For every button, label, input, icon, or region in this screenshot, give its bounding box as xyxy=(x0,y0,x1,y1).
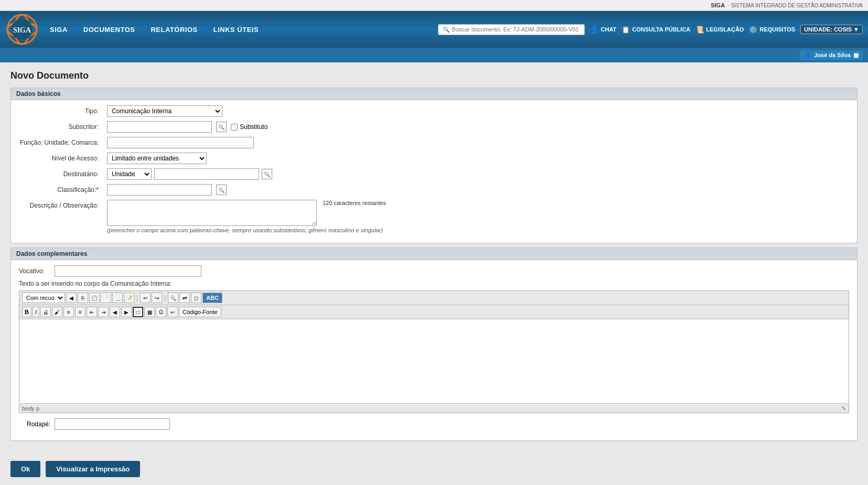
indent-select[interactable]: Com recuo xyxy=(22,293,65,303)
editor-btn-paste1[interactable]: 📋 xyxy=(89,293,100,303)
topbar-system: · SISTEMA INTEGRADO DE GESTÃO ADMINISTRA… xyxy=(728,3,863,8)
editor-btn-indent-less[interactable]: ⇤ xyxy=(87,307,97,317)
editor-btn-list-ul[interactable]: ≡ xyxy=(63,307,74,317)
editor-btn-table[interactable]: ▦ xyxy=(144,307,155,317)
editor-btn-align-right[interactable]: ▶ xyxy=(121,307,132,317)
resize-icon: ⤡ xyxy=(841,405,846,412)
vocativo-row: Vocativo: xyxy=(19,265,849,277)
top-system-bar: SIGA · SISTEMA INTEGRADO DE GESTÃO ADMIN… xyxy=(0,0,868,11)
classificacao-row: Classificação:* 🔍 xyxy=(19,184,849,196)
sub-header: 👤 José da Silva ▦ xyxy=(0,48,868,62)
dest-search-btn[interactable]: 🔍 xyxy=(262,169,272,179)
vocativo-label: Vocativo: xyxy=(19,267,50,275)
consulta-icon: 📋 xyxy=(621,26,630,34)
classificacao-label: Classificação:* xyxy=(19,186,103,193)
toolbar-sep-1: | xyxy=(136,294,138,301)
editor-btn-omega[interactable]: Ω xyxy=(156,307,166,317)
section-header-complementary: Dados complementares xyxy=(11,248,857,260)
preview-button[interactable]: Visualizar a Impressão xyxy=(46,461,140,477)
subscritor-search-btn[interactable]: 🔍 xyxy=(216,122,227,132)
user-badge[interactable]: 👤 José da Silva ▦ xyxy=(800,50,863,60)
legislacao-action[interactable]: 📜 LEGISLAÇÃO xyxy=(695,26,744,34)
funcao-row: Função; Unidade; Comarca: xyxy=(19,137,849,148)
char-count: 120 caracteres restantes xyxy=(323,200,386,206)
search-input[interactable] xyxy=(452,26,580,33)
main-content: Novo Documento Dados básicos Tipo: Comun… xyxy=(0,62,868,453)
editor-btn-source[interactable]: Código-Fonte xyxy=(179,307,221,317)
funcao-input[interactable] xyxy=(107,137,254,148)
ok-button[interactable]: Ok xyxy=(10,461,40,477)
vocativo-input[interactable] xyxy=(55,265,201,277)
section-dados-basicos: Dados básicos Tipo: Comunicação Interna … xyxy=(10,88,858,243)
funcao-label: Função; Unidade; Comarca: xyxy=(19,139,103,146)
nivel-label: Nível de Acesso: xyxy=(19,155,103,162)
subscritor-input[interactable] xyxy=(107,121,212,133)
editor-toolbar-2: B I 🖨 🖌 ≡ ≡ ⇤ ⇥ ◀ ▶ □ ▦ Ω ↩ Código-Fonte xyxy=(19,305,849,319)
requisitos-icon: ⚙️ xyxy=(749,26,757,34)
consulta-action[interactable]: 📋 CONSULTA PÚBLICA xyxy=(621,26,690,34)
toolbar-sep-2: | xyxy=(164,294,166,301)
rodape-row: Rodapé: xyxy=(27,418,841,430)
nav-item-siga[interactable]: SIGA xyxy=(50,26,68,34)
editor-btn-indent-more[interactable]: ⇥ xyxy=(98,307,109,317)
editor-btn-link[interactable]: ↩ xyxy=(167,307,178,317)
editor-btn-paste3[interactable]: 📃 xyxy=(112,293,123,303)
editor-btn-paste4[interactable]: 📝 xyxy=(124,293,134,303)
nav-item-links[interactable]: LINKS ÚTEIS xyxy=(213,26,259,34)
editor-btn-border[interactable]: □ xyxy=(133,307,143,317)
requisitos-action[interactable]: ⚙️ REQUISITOS xyxy=(749,26,795,34)
editor-btn-italic[interactable]: I xyxy=(33,307,39,317)
editor-btn-copy[interactable]: ⎘ xyxy=(78,293,88,303)
editor-btn-outdent[interactable]: ◀ xyxy=(66,293,77,303)
topbar-brand: SIGA xyxy=(711,2,725,8)
body-label: Texto a ser inserido no corpo da Comunic… xyxy=(19,280,849,287)
editor-btn-special[interactable]: ◻ xyxy=(191,293,201,303)
editor-btn-abc[interactable]: ABC xyxy=(202,293,222,303)
classificacao-input[interactable] xyxy=(107,184,212,196)
editor-content[interactable] xyxy=(19,319,849,403)
tipo-select[interactable]: Comunicação Interna xyxy=(107,105,222,117)
editor-btn-align-left[interactable]: ◀ xyxy=(110,307,120,317)
editor-btn-bold[interactable]: B xyxy=(22,307,31,317)
nav-item-documentos[interactable]: DOCUMENTOS xyxy=(83,26,135,34)
legislacao-icon: 📜 xyxy=(695,26,704,34)
editor-btn-undo[interactable]: ↩ xyxy=(140,293,151,303)
section-dados-complementares: Dados complementares Vocativo: Texto a s… xyxy=(10,247,858,441)
access-level-row: Limitado entre unidades xyxy=(107,153,207,164)
dest-type-select[interactable]: Unidade xyxy=(107,168,152,180)
nav-item-relatorios[interactable]: RELATÓRIOS xyxy=(151,26,197,34)
editor-toolbar-1: Com recuo ◀ ⎘ 📋 📄 📃 📝 | ↩ ↪ | 🔍 ⇄ ◻ ABC xyxy=(19,291,849,305)
siga-logo: SIGA xyxy=(5,13,39,47)
section-header-basic: Dados básicos xyxy=(11,88,857,100)
section-body-basic: Tipo: Comunicação Interna Subscritor: 🔍 … xyxy=(11,100,857,243)
editor-btn-list-ol[interactable]: ≡ xyxy=(75,307,85,317)
destinatario-row: Destinatário: Unidade 🔍 xyxy=(19,168,849,180)
editor-btn-print[interactable]: 🖨 xyxy=(40,307,51,317)
header: SIGA SIGA DOCUMENTOS RELATÓRIOS LINKS ÚT… xyxy=(0,11,868,48)
descricao-textarea[interactable] xyxy=(107,200,317,226)
nav-menu: SIGA DOCUMENTOS RELATÓRIOS LINKS ÚTEIS xyxy=(50,26,438,34)
editor-btn-find[interactable]: 🔍 xyxy=(168,293,178,303)
nivel-row: Nível de Acesso: Limitado entre unidades xyxy=(19,153,849,164)
action-buttons: Ok Visualizar a Impressão xyxy=(0,453,868,485)
descricao-top: 120 caracteres restantes xyxy=(107,200,386,226)
classificacao-search-btn[interactable]: 🔍 xyxy=(216,185,227,195)
editor-btn-redo[interactable]: ↪ xyxy=(152,293,162,303)
editor-btn-paste2[interactable]: 📄 xyxy=(101,293,111,303)
tipo-row: Tipo: Comunicação Interna xyxy=(19,105,849,117)
editor-btn-replace[interactable]: ⇄ xyxy=(179,293,190,303)
dest-input[interactable] xyxy=(154,168,259,180)
nivel-select[interactable]: Limitado entre unidades xyxy=(107,153,207,164)
subscritor-label: Subscritor: xyxy=(19,123,103,131)
search-icon: 🔍 xyxy=(264,171,270,177)
editor-btn-paint[interactable]: 🖌 xyxy=(52,307,62,317)
subscritor-row: Subscritor: 🔍 Substituto xyxy=(19,121,849,133)
substituto-label[interactable]: Substituto xyxy=(231,123,267,131)
substituto-checkbox[interactable] xyxy=(231,124,238,131)
search-box[interactable]: 🔍 xyxy=(438,24,585,35)
user-menu-icon: ▦ xyxy=(853,52,859,59)
rodape-input[interactable] xyxy=(55,418,170,430)
search-icon: 🔍 xyxy=(218,187,224,193)
chat-action[interactable]: 👤 CHAT xyxy=(590,25,617,34)
unidade-badge: UNIDADE: COSIS ▼ xyxy=(800,25,863,34)
